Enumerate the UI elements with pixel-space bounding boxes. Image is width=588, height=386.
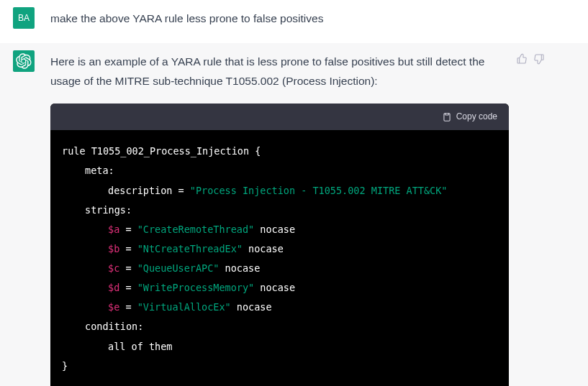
code-token: } bbox=[62, 360, 68, 372]
user-prompt-text: make the above YARA rule less prone to f… bbox=[50, 7, 545, 28]
code-token: rule bbox=[62, 145, 86, 157]
code-token: "QueueUserAPC" bbox=[137, 262, 220, 274]
code-token: description = bbox=[108, 185, 190, 196]
code-token: "WriteProcessMemory" bbox=[137, 282, 255, 293]
user-message: BA make the above YARA rule less prone t… bbox=[0, 0, 588, 43]
feedback-buttons bbox=[516, 50, 545, 68]
code-token: $b bbox=[108, 243, 119, 254]
code-token: all of them bbox=[62, 341, 172, 352]
code-token: "CreateRemoteThread" bbox=[137, 224, 255, 235]
code-token: "NtCreateThreadEx" bbox=[137, 243, 243, 254]
code-token: "VirtualAllocEx" bbox=[137, 301, 231, 313]
code-content[interactable]: rule T1055_002_Process_Injection { meta:… bbox=[50, 130, 509, 386]
copy-code-button[interactable]: Copy code bbox=[442, 109, 497, 124]
code-token: T1055_002_Process_Injection { bbox=[91, 145, 261, 157]
code-block: Copy code rule T1055_002_Process_Injecti… bbox=[50, 104, 509, 386]
code-token: nocase bbox=[254, 224, 295, 235]
assistant-avatar bbox=[13, 50, 35, 72]
clipboard-icon bbox=[442, 112, 452, 122]
code-token: nocase bbox=[219, 262, 260, 274]
code-token: nocase bbox=[231, 301, 272, 313]
code-token: nocase bbox=[243, 243, 284, 254]
code-token: "Process Injection - T1055.002 MITRE ATT… bbox=[190, 185, 448, 196]
code-header: Copy code bbox=[50, 104, 509, 130]
thumbs-down-button[interactable] bbox=[533, 53, 545, 68]
code-token: condition: bbox=[62, 321, 143, 332]
code-token: $e bbox=[108, 301, 119, 313]
thumbs-up-icon bbox=[516, 53, 528, 65]
assistant-message: Here is an example of a YARA rule that i… bbox=[0, 43, 588, 386]
code-token: = bbox=[119, 301, 137, 313]
code-token: strings: bbox=[62, 204, 132, 216]
code-token: = bbox=[119, 243, 137, 254]
assistant-content: Here is an example of a YARA rule that i… bbox=[50, 50, 509, 386]
svg-rect-0 bbox=[445, 114, 448, 115]
thumbs-up-button[interactable] bbox=[516, 53, 528, 68]
code-token: $d bbox=[108, 282, 119, 293]
copy-code-label: Copy code bbox=[456, 109, 497, 124]
openai-logo-icon bbox=[16, 53, 32, 69]
code-token: = bbox=[119, 224, 137, 235]
user-avatar: BA bbox=[13, 7, 35, 29]
code-token: = bbox=[119, 282, 137, 293]
code-token: $a bbox=[108, 224, 119, 235]
thumbs-down-icon bbox=[533, 53, 545, 65]
assistant-intro-text: Here is an example of a YARA rule that i… bbox=[50, 52, 509, 91]
code-token: nocase bbox=[254, 282, 295, 293]
code-token: $c bbox=[108, 262, 119, 274]
code-token: meta: bbox=[62, 165, 114, 176]
code-token: = bbox=[119, 262, 137, 274]
